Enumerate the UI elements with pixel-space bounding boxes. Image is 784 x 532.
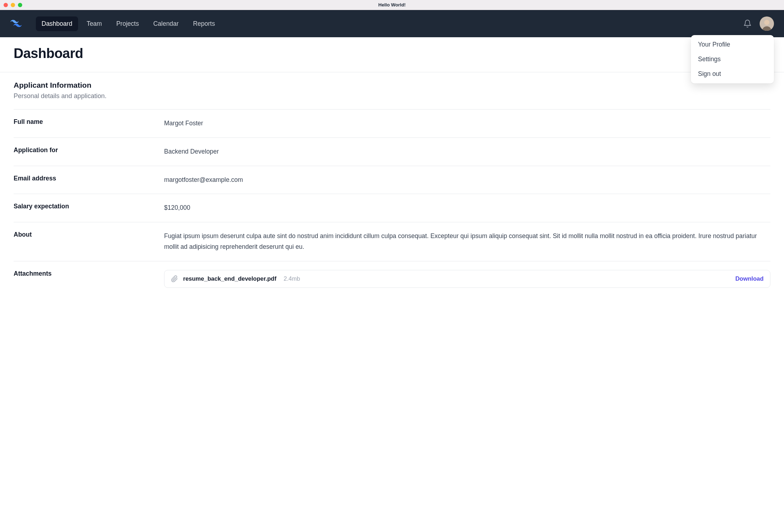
applicant-fields: Full name Margot Foster Application for … bbox=[14, 109, 770, 296]
dropdown-item-your-profile[interactable]: Your Profile bbox=[691, 37, 774, 52]
nav-item-calendar[interactable]: Calendar bbox=[148, 16, 185, 31]
notifications-button[interactable] bbox=[743, 19, 752, 28]
page-title: Dashboard bbox=[14, 46, 770, 61]
field-label-email: Email address bbox=[14, 175, 164, 185]
field-value-full-name: Margot Foster bbox=[164, 118, 770, 129]
section-title: Applicant Information bbox=[14, 81, 770, 90]
field-full-name: Full name Margot Foster bbox=[14, 109, 770, 137]
field-application-for: Application for Backend Developer bbox=[14, 137, 770, 166]
field-salary: Salary expectation $120,000 bbox=[14, 194, 770, 222]
window-titlebar: Hello World! bbox=[0, 0, 784, 10]
attachment-list: resume_back_end_developer.pdf 2.4mb Down… bbox=[164, 270, 770, 288]
field-label-salary: Salary expectation bbox=[14, 203, 164, 213]
attachment-name: resume_back_end_developer.pdf bbox=[183, 275, 276, 282]
window-title: Hello World! bbox=[378, 2, 406, 8]
app-logo bbox=[10, 18, 22, 30]
attachment-item: resume_back_end_developer.pdf 2.4mb Down… bbox=[164, 270, 770, 287]
field-value-application-for: Backend Developer bbox=[164, 146, 770, 157]
nav-item-dashboard[interactable]: Dashboard bbox=[36, 16, 78, 31]
avatar-icon bbox=[760, 18, 773, 31]
field-about: About Fugiat ipsum ipsum deserunt culpa … bbox=[14, 222, 770, 261]
top-navbar: Dashboard Team Projects Calendar Reports… bbox=[0, 10, 784, 37]
field-value-salary: $120,000 bbox=[164, 203, 770, 213]
paperclip-icon bbox=[171, 275, 178, 282]
attachment-size: 2.4mb bbox=[283, 275, 300, 282]
nav-items: Dashboard Team Projects Calendar Reports bbox=[36, 16, 221, 31]
field-attachments: Attachments resume_back_end_developer.pd… bbox=[14, 261, 770, 296]
minimize-window-button[interactable] bbox=[11, 3, 15, 7]
nav-item-projects[interactable]: Projects bbox=[110, 16, 144, 31]
nav-right bbox=[743, 16, 774, 31]
field-label-about: About bbox=[14, 231, 164, 252]
attachment-download-link[interactable]: Download bbox=[735, 275, 764, 282]
svg-point-0 bbox=[764, 20, 769, 25]
dropdown-item-settings[interactable]: Settings bbox=[691, 52, 774, 67]
field-label-full-name: Full name bbox=[14, 118, 164, 129]
maximize-window-button[interactable] bbox=[18, 3, 22, 7]
field-label-application-for: Application for bbox=[14, 146, 164, 157]
nav-item-reports[interactable]: Reports bbox=[187, 16, 221, 31]
page-header: Dashboard bbox=[0, 37, 784, 72]
dropdown-item-sign-out[interactable]: Sign out bbox=[691, 67, 774, 81]
applicant-section: Applicant Information Personal details a… bbox=[0, 72, 784, 307]
section-subtitle: Personal details and application. bbox=[14, 92, 770, 100]
window-controls bbox=[4, 3, 22, 7]
close-window-button[interactable] bbox=[4, 3, 8, 7]
field-email: Email address margotfoster@example.com bbox=[14, 166, 770, 194]
field-value-about: Fugiat ipsum ipsum deserunt culpa aute s… bbox=[164, 231, 770, 252]
field-label-attachments: Attachments bbox=[14, 270, 164, 288]
profile-dropdown: Your Profile Settings Sign out bbox=[691, 35, 774, 83]
field-value-email: margotfoster@example.com bbox=[164, 175, 770, 185]
avatar-button[interactable] bbox=[760, 16, 774, 31]
nav-item-team[interactable]: Team bbox=[81, 16, 108, 31]
bell-icon bbox=[743, 19, 752, 28]
